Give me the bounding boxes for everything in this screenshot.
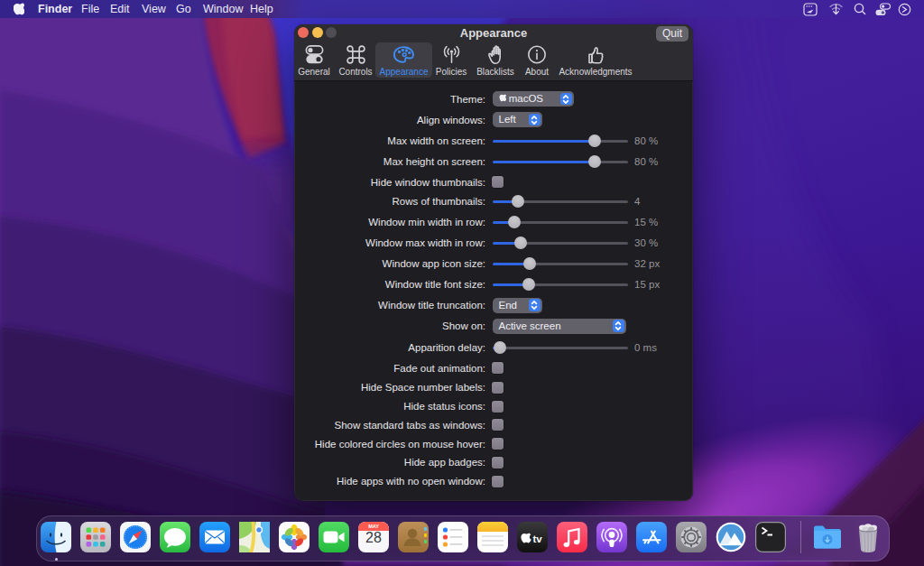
svg-text:tv: tv bbox=[533, 534, 543, 544]
